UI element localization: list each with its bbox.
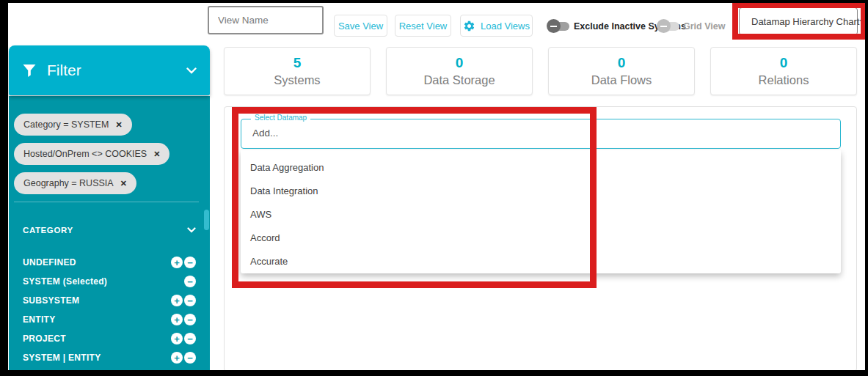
chevron-down-icon[interactable] [186, 67, 197, 74]
grid-view-toggle-knob[interactable] [657, 19, 671, 33]
minus-icon[interactable]: − [184, 276, 196, 287]
minus-icon[interactable]: − [184, 257, 196, 268]
plus-icon[interactable]: + [171, 352, 183, 364]
stat-value: 5 [293, 54, 302, 72]
category-row-undefined: UNDEFINED + − [23, 255, 196, 270]
plus-icon[interactable]: + [171, 333, 183, 344]
filter-funnel-icon [22, 63, 37, 78]
plus-icon[interactable]: + [171, 295, 183, 306]
filter-panel-title: Filter [47, 62, 186, 79]
category-row-label: PROJECT [23, 333, 66, 344]
grid-view-label: Grid View [683, 21, 725, 32]
plus-icon[interactable]: + [171, 314, 183, 325]
category-section-title: CATEGORY [23, 226, 187, 235]
app-window: Save View Reset View Load Views Exclude … [0, 0, 868, 376]
stat-label: Data Flows [591, 72, 652, 88]
category-row-project: PROJECT + − [23, 331, 196, 346]
close-icon[interactable]: ✕ [153, 150, 160, 159]
minus-icon[interactable]: − [184, 352, 196, 364]
load-views-button[interactable]: Load Views [460, 15, 533, 37]
category-row-label: SYSTEM | ENTITY [23, 353, 101, 363]
stat-value: 0 [618, 54, 626, 72]
minus-icon[interactable]: − [184, 295, 196, 306]
close-icon[interactable]: ✕ [115, 120, 122, 130]
exclude-inactive-toggle-knob[interactable] [547, 19, 561, 33]
sidebar-scrollbar[interactable] [204, 210, 209, 230]
stat-card-data-storage: 0 Data Storage [386, 47, 533, 95]
frame-border-right [865, 0, 868, 376]
frame-border-bottom [0, 370, 868, 376]
minus-icon [550, 26, 557, 27]
minus-icon[interactable]: − [184, 314, 196, 325]
stat-label: Data Storage [423, 72, 495, 88]
save-view-button[interactable]: Save View [334, 15, 387, 37]
load-views-label: Load Views [481, 21, 530, 32]
minus-icon[interactable]: − [184, 333, 196, 344]
category-section-header[interactable]: CATEGORY [23, 226, 196, 235]
frame-border-left [0, 0, 8, 376]
category-row-system-selected: SYSTEM (Selected) − [23, 274, 196, 289]
category-row-subsystem: SUBSYSTEM + − [23, 293, 196, 308]
filter-panel-header[interactable]: Filter [9, 45, 210, 95]
minus-icon [660, 26, 667, 27]
annotation-box-datamap-dropdown [232, 107, 597, 288]
stat-value: 0 [456, 54, 464, 72]
category-row-label: SUBSYSTEM [23, 295, 79, 306]
category-row-label: ENTITY [23, 314, 55, 325]
stat-label: Systems [274, 72, 320, 88]
filter-chip-geography: Geography = RUSSIA ✕ [14, 172, 136, 194]
reset-view-button[interactable]: Reset View [395, 15, 451, 37]
stat-label: Relations [759, 72, 809, 88]
gear-icon [463, 20, 475, 32]
close-icon[interactable]: ✕ [120, 179, 127, 188]
stat-card-data-flows: 0 Data Flows [548, 47, 695, 95]
filter-chip-category: Category = SYSTEM ✕ [14, 114, 132, 136]
filter-chip-label: Geography = RUSSIA [23, 178, 114, 188]
filter-chip-label: Category = SYSTEM [23, 119, 109, 130]
category-row-label: UNDEFINED [23, 257, 76, 268]
filter-panel-body: Category = SYSTEM ✕ Hosted/OnPrem <> COO… [9, 96, 210, 370]
plus-icon[interactable]: + [171, 257, 183, 268]
filter-chip-hosted-onprem: Hosted/OnPrem <> COOKIES ✕ [14, 143, 169, 165]
stat-value: 0 [780, 54, 788, 72]
stat-card-relations: 0 Relations [710, 47, 857, 95]
stat-card-systems: 5 Systems [224, 47, 371, 95]
category-row-entity: ENTITY + − [23, 312, 196, 327]
chevron-down-icon[interactable] [187, 227, 196, 233]
category-row-label: SYSTEM (Selected) [23, 276, 107, 287]
sidebar-divider [14, 202, 199, 202]
frame-border-top [0, 0, 868, 3]
annotation-box-chart-select [732, 2, 867, 40]
category-row-system-entity: SYSTEM | ENTITY + − [23, 350, 196, 365]
view-name-input[interactable] [208, 6, 324, 34]
filter-chip-label: Hosted/OnPrem <> COOKIES [23, 149, 147, 159]
